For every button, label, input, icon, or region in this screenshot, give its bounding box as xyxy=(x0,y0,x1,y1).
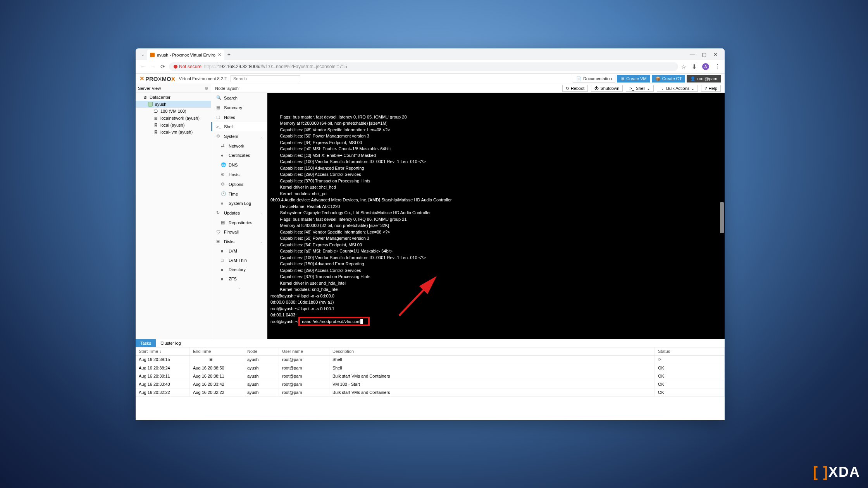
server-icon: 🖥 xyxy=(143,95,147,100)
forward-button[interactable]: → xyxy=(150,63,157,70)
url-host: 192.168.29.32:8006 xyxy=(218,64,259,69)
profile-avatar[interactable]: A xyxy=(702,63,709,70)
url-field[interactable]: Not secure https://192.168.29.32:8006/#v… xyxy=(169,62,678,71)
address-bar: ← → ⟳ Not secure https://192.168.29.32:8… xyxy=(136,60,725,74)
menu-dns[interactable]: 🌐DNS xyxy=(211,160,267,170)
back-button[interactable]: ← xyxy=(140,63,146,70)
time-icon: 🕐 xyxy=(221,191,226,196)
repositories-icon: ▤ xyxy=(221,220,226,225)
col-start-time[interactable]: Start Time ↓ xyxy=(136,347,190,355)
system-icon: ⚙ xyxy=(216,134,221,139)
menu-repositories[interactable]: ▤Repositories xyxy=(211,218,267,227)
chevron-down-icon: ⌄ xyxy=(260,134,263,138)
menu-options[interactable]: ⚙Options xyxy=(211,179,267,189)
create-vm-button[interactable]: 🖥 Create VM xyxy=(617,75,650,82)
close-tab-icon[interactable]: ✕ xyxy=(218,52,221,57)
summary-icon: ▤ xyxy=(216,105,221,110)
tree-item-localnetwork-ayush-[interactable]: ⊞localnetwork (ayush) xyxy=(136,115,211,122)
certificates-icon: ● xyxy=(221,153,226,158)
tree-item-local-ayush-[interactable]: 🗄local (ayush) xyxy=(136,122,211,129)
browser-tab-proxmox[interactable]: ayush - Proxmox Virtual Enviro ✕ xyxy=(147,50,224,60)
firewall-icon: 🛡 xyxy=(216,230,221,234)
tab-cluster-log[interactable]: Cluster log xyxy=(156,339,186,347)
menu-hosts[interactable]: ⊙Hosts xyxy=(211,170,267,179)
create-ct-button[interactable]: 📦 Create CT xyxy=(652,75,685,82)
shell-icon: >_ xyxy=(216,124,221,129)
search-input[interactable] xyxy=(231,75,300,82)
documentation-button[interactable]: 📄 Documentation xyxy=(573,75,615,82)
menu-expand-more[interactable]: ⌄ xyxy=(211,284,267,292)
browser-window: ⌄ ayush - Proxmox Virtual Enviro ✕ + — ▢… xyxy=(136,48,725,420)
hosts-icon: ⊙ xyxy=(221,172,226,177)
node-icon xyxy=(148,102,153,107)
proxmox-logo: ✕PROXMOX xyxy=(140,75,175,82)
reload-button[interactable]: ⟳ xyxy=(160,63,166,70)
db-icon: 🗄 xyxy=(153,130,158,134)
tree-item-datacenter[interactable]: 🖥Datacenter xyxy=(136,94,211,101)
menu-updates[interactable]: ↻Updates⌄ xyxy=(211,208,267,218)
globe-icon: ⊞ xyxy=(153,116,158,120)
page-title: Node 'ayush' xyxy=(215,86,559,91)
dns-icon: 🌐 xyxy=(221,162,226,167)
task-row[interactable]: Aug 16 20:32:22Aug 16 20:32:22ayushroot@… xyxy=(136,388,725,397)
menu-lvm-thin[interactable]: □LVM-Thin xyxy=(211,256,267,265)
col-description[interactable]: Description xyxy=(329,347,655,355)
menu-system-log[interactable]: ≡System Log xyxy=(211,199,267,208)
col-end-time[interactable]: End Time xyxy=(190,347,244,355)
tree-header: Server View ⚙ xyxy=(136,84,211,93)
menu-search[interactable]: 🔍Search xyxy=(211,93,267,103)
tree-view-selector[interactable]: Server View xyxy=(138,86,161,91)
main-toolbar: Node 'ayush' ↻ Reboot ⏻ Shutdown >_ Shel… xyxy=(211,84,725,93)
col-status[interactable]: Status xyxy=(655,347,725,355)
bulk-actions-button[interactable]: ⋮ Bulk Actions ⌄ xyxy=(657,85,698,92)
shell-terminal[interactable]: Flags: bus master, fast devsel, latency … xyxy=(267,93,725,339)
tree-item-local-lvm-ayush-[interactable]: 🗄local-lvm (ayush) xyxy=(136,129,211,136)
tab-search-dropdown[interactable]: ⌄ xyxy=(139,52,147,57)
close-window-icon[interactable]: ✕ xyxy=(713,52,718,57)
new-tab-button[interactable]: + xyxy=(224,51,234,57)
shell-dropdown-button[interactable]: >_ Shell ⌄ xyxy=(626,85,654,92)
task-row[interactable]: Aug 16 20:39:15🖥ayushroot@pamShell⟳ xyxy=(136,356,725,364)
monitor-icon: 🖵 xyxy=(153,109,158,113)
menu-firewall[interactable]: 🛡Firewall xyxy=(211,227,267,237)
menu-directory[interactable]: ■Directory xyxy=(211,265,267,274)
xda-watermark: [ ]XDA xyxy=(813,464,860,480)
updates-icon: ↻ xyxy=(216,210,221,215)
menu-summary[interactable]: ▤Summary xyxy=(211,103,267,112)
task-row[interactable]: Aug 16 20:33:40Aug 16 20:33:42ayushroot@… xyxy=(136,380,725,388)
menu-shell[interactable]: >_Shell xyxy=(211,122,267,131)
menu-zfs[interactable]: ■ZFS xyxy=(211,274,267,284)
menu-notes[interactable]: ▢Notes xyxy=(211,112,267,122)
col-user[interactable]: User name xyxy=(279,347,329,355)
menu-certificates[interactable]: ●Certificates xyxy=(211,151,267,160)
menu-system[interactable]: ⚙System⌄ xyxy=(211,131,267,141)
menu-disks[interactable]: ⊟Disks⌄ xyxy=(211,237,267,246)
network-icon: ⇄ xyxy=(221,143,226,148)
col-node[interactable]: Node xyxy=(244,347,279,355)
user-menu-button[interactable]: 👤 root@pam xyxy=(687,75,721,82)
minimize-icon[interactable]: — xyxy=(690,52,695,57)
menu-icon[interactable]: ⋮ xyxy=(715,63,721,70)
menu-time[interactable]: 🕐Time xyxy=(211,189,267,199)
gear-icon[interactable]: ⚙ xyxy=(205,86,208,91)
resource-tree: Server View ⚙ 🖥Datacenterayush🖵100 (VM 1… xyxy=(136,84,211,339)
tree-item-100-vm-100-[interactable]: 🖵100 (VM 100) xyxy=(136,108,211,115)
menu-lvm[interactable]: ■LVM xyxy=(211,246,267,256)
task-row[interactable]: Aug 16 20:38:24Aug 16 20:38:50ayushroot@… xyxy=(136,364,725,372)
proxmox-favicon xyxy=(150,53,155,57)
download-icon[interactable]: ⬇ xyxy=(692,63,697,70)
task-row[interactable]: Aug 16 20:38:11Aug 16 20:38:11ayushroot@… xyxy=(136,372,725,380)
shutdown-button[interactable]: ⏻ Shutdown xyxy=(591,85,623,92)
reboot-button[interactable]: ↻ Reboot xyxy=(562,85,588,92)
tasks-column-headers: Start Time ↓ End Time Node User name Des… xyxy=(136,347,725,356)
insecure-badge[interactable]: Not secure xyxy=(174,64,202,69)
terminal-scrollbar[interactable] xyxy=(720,94,724,338)
maximize-icon[interactable]: ▢ xyxy=(702,52,706,57)
tree-item-ayush[interactable]: ayush xyxy=(136,101,211,108)
tab-title: ayush - Proxmox Virtual Enviro xyxy=(157,53,215,57)
bookmark-icon[interactable]: ☆ xyxy=(681,64,686,70)
tab-tasks[interactable]: Tasks xyxy=(136,339,156,347)
help-button[interactable]: ? Help xyxy=(701,85,721,92)
menu-network[interactable]: ⇄Network xyxy=(211,141,267,151)
main-panel: Node 'ayush' ↻ Reboot ⏻ Shutdown >_ Shel… xyxy=(211,84,725,339)
